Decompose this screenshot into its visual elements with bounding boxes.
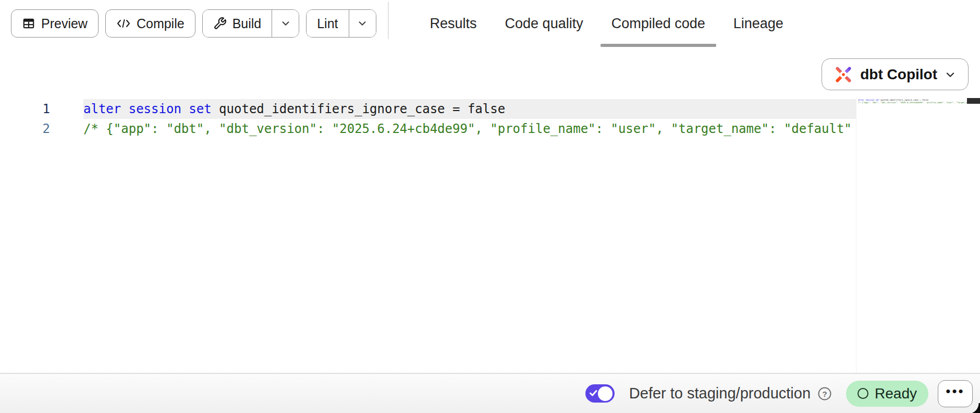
editor-toolbar: Preview Compile [0, 9, 376, 38]
dbt-logo-icon [834, 65, 853, 84]
defer-label: Defer to staging/production [629, 385, 811, 402]
minimap-scrollbar-thumb[interactable] [967, 98, 980, 104]
preview-button[interactable]: Preview [11, 9, 99, 38]
ide-window: Preview Compile [0, 0, 980, 413]
minimap-content: alter session set quoted_identifiers_ign… [856, 97, 980, 104]
tab-compiled-code-label: Compiled code [611, 16, 705, 32]
code-pane[interactable]: 1 alter session set quoted_identifiers_i… [0, 99, 856, 373]
minimap[interactable]: alter session set quoted_identifiers_ign… [856, 97, 980, 373]
build-button[interactable]: Build [203, 10, 272, 37]
ide-status-badge[interactable]: Ready [846, 381, 928, 407]
lint-button-label: Lint [317, 16, 338, 31]
line-number: 1 [0, 99, 50, 119]
check-icon [589, 389, 598, 397]
code-line: 2 /* {"app": "dbt", "dbt_version": "2025… [0, 119, 856, 139]
code-text[interactable]: /* {"app": "dbt", "dbt_version": "2025.6… [83, 119, 856, 139]
help-icon[interactable]: ? [817, 386, 832, 402]
chevron-down-icon [944, 68, 957, 81]
chevron-down-icon [280, 18, 291, 29]
code-line: 1 alter session set quoted_identifiers_i… [0, 99, 856, 119]
ellipsis-icon: ••• [946, 384, 964, 398]
defer-toggle[interactable] [585, 384, 615, 403]
chevron-down-icon [357, 18, 368, 29]
sql-comment: /* {"app": "dbt", "dbt_version": "2025.6… [83, 122, 852, 136]
dbt-copilot-button[interactable]: dbt Copilot [822, 58, 969, 90]
minimap-line: /* {"app": "dbt", "dbt_version": "2025.6… [856, 101, 980, 104]
lint-dropdown-button[interactable] [349, 10, 376, 37]
build-dropdown-button[interactable] [272, 10, 299, 37]
toggle-knob [598, 386, 612, 401]
table-icon [22, 17, 35, 30]
compile-button[interactable]: Compile [105, 9, 195, 38]
status-ring-icon [858, 388, 868, 399]
code-brackets-icon [116, 17, 131, 30]
tab-compiled-code[interactable]: Compiled code [597, 0, 719, 47]
tab-results-label: Results [430, 16, 477, 32]
build-split-button: Build [202, 9, 300, 38]
ide-status-label: Ready [875, 385, 917, 402]
toolbar-tabs-divider [388, 2, 389, 39]
preview-button-label: Preview [41, 16, 88, 31]
result-tabs: Results Code quality Compiled code Linea… [416, 0, 798, 47]
top-header: Preview Compile [0, 0, 980, 47]
lint-split-button: Lint [306, 9, 376, 38]
compile-button-label: Compile [137, 16, 185, 31]
tab-lineage-label: Lineage [733, 16, 783, 32]
sql-text: quoted_identifiers_ignore_case = false [212, 102, 506, 116]
code-editor: 1 alter session set quoted_identifiers_i… [0, 97, 980, 373]
build-button-label: Build [232, 16, 262, 31]
more-options-button[interactable]: ••• [938, 380, 973, 407]
line-number: 2 [0, 119, 50, 139]
tab-code-quality[interactable]: Code quality [491, 0, 597, 47]
tab-results[interactable]: Results [416, 0, 491, 47]
sql-keyword: alter session set [83, 102, 212, 116]
dbt-copilot-label: dbt Copilot [860, 66, 937, 83]
status-bar: Defer to staging/production ? Ready ••• [0, 373, 980, 413]
svg-text:?: ? [822, 389, 827, 398]
tab-code-quality-label: Code quality [505, 16, 583, 32]
code-text[interactable]: alter session set quoted_identifiers_ign… [83, 99, 856, 119]
window-corner [968, 403, 980, 413]
lint-button[interactable]: Lint [307, 10, 348, 37]
wrench-icon [213, 17, 227, 30]
tab-lineage[interactable]: Lineage [719, 0, 798, 47]
